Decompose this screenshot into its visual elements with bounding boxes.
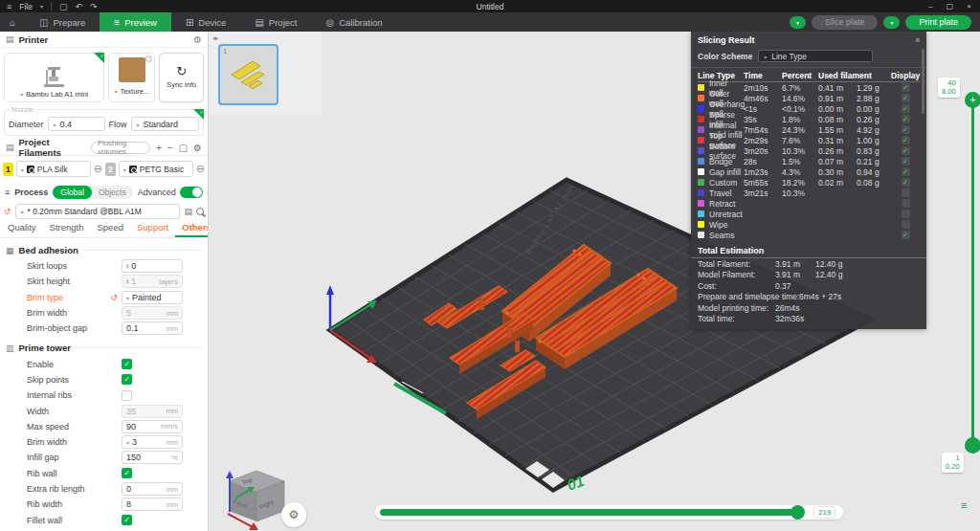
preset-chevron-icon	[21, 207, 24, 216]
file-menu-chevron-icon[interactable]: ▾	[40, 3, 43, 10]
tab-others[interactable]: Others	[175, 222, 209, 237]
sync-info-button[interactable]: ↻ Sync info	[159, 53, 204, 102]
menu-icon[interactable]: ≡	[7, 2, 11, 11]
fillet-wall-checkbox[interactable]	[122, 515, 132, 525]
printer-settings-gear-icon[interactable]: ⚙	[193, 34, 202, 45]
fillet-wall-label: Fillet wall	[27, 516, 122, 525]
skirt-height-input[interactable]: 1layers	[122, 275, 183, 288]
slice-plate-button[interactable]: Slice plate	[812, 15, 879, 30]
display-checkbox[interactable]	[902, 136, 910, 144]
infill-gap-input[interactable]: 150%	[122, 451, 183, 464]
max-speed-input[interactable]: 90mm/s	[122, 420, 183, 433]
process-preset-select[interactable]: * 0.20mm Standard @BBL A1M	[15, 204, 181, 219]
filament-2-select[interactable]: PETG Basic	[119, 161, 193, 177]
width-input[interactable]: 35mm	[122, 405, 183, 418]
filament-sync-icon[interactable]: ▢	[179, 143, 188, 153]
flow-select[interactable]: Standard	[131, 117, 199, 131]
skirt-loops-input[interactable]: 0	[122, 259, 183, 273]
display-checkbox[interactable]	[902, 104, 910, 113]
layers-icon[interactable]: ≡	[961, 499, 967, 511]
enable-checkbox[interactable]	[122, 359, 132, 369]
move-slider-track[interactable]: 219	[375, 505, 843, 520]
display-checkbox[interactable]	[902, 231, 910, 239]
brim-type-reset-icon[interactable]: ↺	[110, 293, 118, 302]
display-checkbox[interactable]	[902, 157, 910, 166]
minimize-button[interactable]: –	[928, 2, 932, 11]
filaments-section-header: ▤ Project Filaments Flushing volumes + −…	[0, 140, 208, 156]
color-scheme-select[interactable]: Line Type	[758, 50, 873, 62]
filament-1-select[interactable]: PLA Silk	[16, 161, 91, 177]
tab-support[interactable]: Support	[130, 222, 175, 237]
printer-image	[40, 65, 69, 90]
undo-icon[interactable]: ↶	[76, 2, 83, 11]
panel-scrollbar[interactable]	[922, 49, 924, 114]
search-icon[interactable]	[196, 208, 204, 215]
navigation-cube[interactable]: Top Front Right	[226, 471, 284, 530]
preset-reset-icon[interactable]: ↺	[4, 207, 11, 216]
tower-brim-width-select[interactable]: 3mm	[122, 435, 183, 449]
tab-project[interactable]: ▤ Project	[240, 12, 311, 32]
viewport-3d[interactable]: Bambu Lab A1 mini 01	[209, 32, 980, 531]
layer-slider-bottom-handle[interactable]	[965, 437, 980, 454]
scope-global[interactable]: Global	[53, 186, 92, 199]
internal-ribs-checkbox[interactable]	[122, 390, 132, 401]
extra-rib-length-input[interactable]: 0mm	[122, 482, 183, 496]
display-checkbox[interactable]	[902, 199, 910, 208]
info-icon[interactable]: i	[145, 55, 152, 62]
display-checkbox[interactable]	[902, 146, 910, 155]
tab-speed[interactable]: Speed	[91, 222, 130, 237]
save-preset-icon[interactable]: ▤	[184, 207, 192, 216]
printer-preset-card[interactable]: Bambu Lab A1 mini	[4, 53, 104, 102]
collapse-thumbnails-icon[interactable]: ◂▸	[212, 34, 217, 42]
filament-gear-icon[interactable]: ⚙	[193, 143, 202, 153]
scope-objects[interactable]: Objects	[92, 188, 133, 197]
display-checkbox[interactable]	[902, 115, 910, 123]
spinner-icon[interactable]	[126, 263, 128, 270]
display-checkbox[interactable]	[902, 188, 910, 197]
collapse-panel-icon[interactable]: «	[912, 37, 922, 42]
brim-type-select[interactable]: Painted	[122, 291, 183, 304]
add-filament-icon[interactable]: +	[156, 143, 162, 153]
plate-thumbnail-1[interactable]: 1	[218, 44, 278, 105]
display-checkbox[interactable]	[902, 220, 910, 229]
brim-object-gap-input[interactable]: 0.1mm	[122, 321, 183, 335]
filament-1-edit-icon[interactable]: ⊖	[94, 164, 102, 174]
brim-width-input[interactable]: 5mm	[122, 306, 183, 320]
view-settings-button[interactable]: ⚙	[281, 502, 306, 527]
new-project-icon[interactable]: ▢	[59, 2, 68, 11]
display-checkbox[interactable]	[902, 125, 910, 134]
tab-strength[interactable]: Strength	[43, 222, 91, 237]
bed-type-card[interactable]: i Texture...	[108, 53, 155, 102]
display-checkbox[interactable]	[902, 178, 910, 187]
tab-calibration[interactable]: ◎ Calibration	[311, 12, 396, 32]
tab-quality[interactable]: Quality	[1, 222, 43, 237]
layer-slider-track[interactable]	[971, 100, 974, 446]
remove-filament-icon[interactable]: −	[167, 143, 173, 153]
display-checkbox[interactable]	[902, 83, 910, 92]
layer-slider-top-handle[interactable]: +	[965, 92, 980, 108]
tab-home[interactable]: ⌂	[0, 12, 25, 32]
slice-options-chevron[interactable]: ▾	[790, 16, 806, 29]
print-plate-button[interactable]: Print plate	[905, 15, 971, 30]
flow-value: Standard	[144, 120, 179, 129]
close-button[interactable]: ×	[967, 2, 971, 11]
flushing-volumes-button[interactable]: Flushing volumes	[91, 142, 150, 154]
tab-device[interactable]: ⊞ Device	[171, 12, 240, 32]
advanced-toggle[interactable]	[180, 187, 203, 198]
diameter-select[interactable]: 0.4	[48, 117, 105, 131]
display-checkbox[interactable]	[902, 94, 910, 102]
process-scope-switch: Global Objects	[53, 186, 132, 199]
tab-preview[interactable]: ≡ Preview	[100, 12, 171, 32]
rib-width-input[interactable]: 8mm	[122, 498, 183, 511]
move-slider-handle[interactable]	[791, 505, 805, 520]
filament-2-edit-icon[interactable]: ⊖	[196, 164, 205, 174]
rib-wall-checkbox[interactable]	[122, 468, 132, 478]
display-checkb ox[interactable]	[902, 210, 910, 218]
file-menu[interactable]: File	[19, 2, 33, 11]
print-options-chevron[interactable]: ▾	[883, 16, 900, 29]
maximize-button[interactable]: ▢	[947, 2, 954, 11]
display-checkbox[interactable]	[902, 167, 910, 176]
tab-prepare[interactable]: ◫ Prepare	[25, 12, 100, 32]
redo-icon[interactable]: ↷	[90, 2, 98, 11]
skip-points-checkbox[interactable]	[122, 374, 132, 385]
